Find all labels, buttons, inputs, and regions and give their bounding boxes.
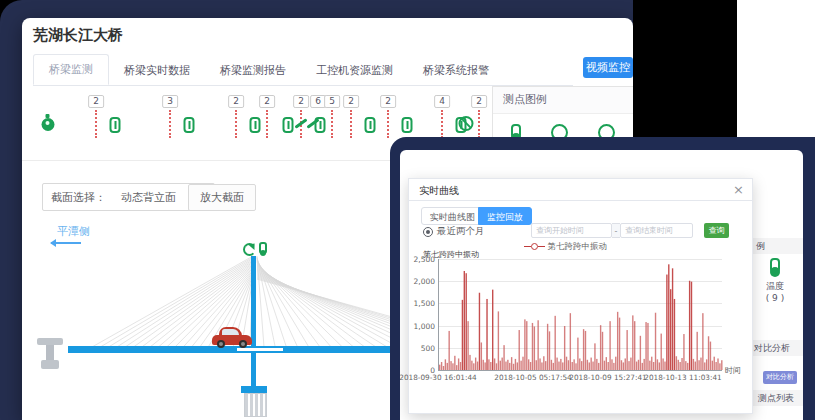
query-start-time-input[interactable] <box>531 223 612 238</box>
chain-link-icon <box>365 117 376 133</box>
x-axis-unit: 时间 <box>725 365 741 376</box>
dotted-line <box>331 110 333 138</box>
rotation-sensor-icon <box>243 243 256 256</box>
sensor-badge[interactable]: 2 <box>88 95 104 108</box>
range-separator: - <box>612 223 620 238</box>
temperature-label: 温度 <box>752 280 798 293</box>
sensor-badge[interactable]: 5 <box>324 95 340 108</box>
chain-link-icon <box>402 117 413 133</box>
sensor-badge[interactable]: 2 <box>343 95 359 108</box>
left-pier-stem <box>46 345 54 361</box>
sensor-badge[interactable]: 2 <box>259 95 275 108</box>
sensor-badge[interactable]: 2 <box>228 95 244 108</box>
compare-analysis-button[interactable]: 对比分析 <box>763 371 797 384</box>
legend-label: 第七跨跨中振动 <box>548 241 608 251</box>
dotted-line <box>235 110 237 138</box>
query-button[interactable]: 查询 <box>704 223 729 238</box>
y-tick-label: 1,500 <box>409 299 435 308</box>
ban-icon <box>459 116 474 131</box>
sidebar-list-header: 测点列表 <box>746 390 803 406</box>
stopwatch-icon <box>42 118 55 131</box>
modal-header: 实时曲线 × <box>409 179 752 201</box>
close-icon[interactable]: × <box>733 182 744 197</box>
chain-link-icon <box>110 117 121 133</box>
chain-link-icon <box>315 117 326 133</box>
chart-bars <box>439 259 723 370</box>
last-two-months-radio[interactable] <box>423 227 433 237</box>
chain-link-icon <box>184 117 195 133</box>
enlarge-section-button[interactable]: 放大截面 <box>188 184 256 211</box>
tower-thermometer-icon <box>259 242 267 254</box>
section-select-label: 截面选择： <box>43 190 114 205</box>
sensor-badge[interactable]: 2 <box>380 95 396 108</box>
secondary-window-frame: 例 温度 ( 9 ) 对比分析 对比分析 测点列表 实时曲线 × 实时曲线图 监… <box>390 137 815 420</box>
sidebar-legend-header: 例 <box>746 238 803 254</box>
sensor-badge[interactable]: 3 <box>162 95 178 108</box>
bridge-tower <box>251 256 256 388</box>
y-tick-label: 500 <box>409 344 435 353</box>
car-illustration <box>212 327 252 347</box>
dotted-line <box>95 110 97 138</box>
y-tick-label: 2,000 <box>409 277 435 286</box>
legend-line-icon <box>538 246 545 247</box>
legend-line-icon <box>524 246 531 247</box>
dotted-line <box>441 110 443 138</box>
sidebar-analysis-header: 对比分析 <box>746 340 803 356</box>
left-pier-base <box>41 360 59 369</box>
bridge-side-label: 平潭侧 <box>57 224 90 239</box>
temperature-count: ( 9 ) <box>752 293 798 303</box>
legend-panel-title: 测点图例 <box>493 87 633 114</box>
realtime-curve-modal: 实时曲线 × 实时曲线图 监控回放 最近两个月 - 查询 第七跨跨中振动 第七跨… <box>408 178 753 414</box>
x-tick-label: 2018-09-30 16:01:44 <box>400 373 483 382</box>
app-root: 芜湖长江大桥 桥梁监测桥梁实时数据桥梁监测报告工控机资源监测桥梁系统报警 视频监… <box>0 0 815 420</box>
tower-footing <box>241 386 267 393</box>
sensor-badge[interactable]: 4 <box>434 95 450 108</box>
sensor-badge[interactable]: 2 <box>471 95 487 108</box>
y-tick-label: 1,000 <box>409 322 435 331</box>
dotted-line <box>350 110 352 138</box>
x-axis <box>438 370 722 371</box>
x-tick-label: 2018-10-13 11:03:41 <box>638 373 728 382</box>
dotted-line <box>169 110 171 138</box>
chain-link-icon <box>283 117 294 133</box>
dotted-line <box>266 110 268 138</box>
background-black-band <box>633 0 737 150</box>
left-pier <box>37 338 63 345</box>
sidebar-temperature-item[interactable]: 温度 ( 9 ) <box>752 258 798 303</box>
background-window-edge <box>737 0 815 137</box>
section-select-value: 动态背立面 <box>121 190 176 205</box>
sensor-badge[interactable]: 2 <box>293 95 309 108</box>
query-end-time-input[interactable] <box>620 223 693 238</box>
chain-link-icon <box>250 117 261 133</box>
modal-title: 实时曲线 <box>419 184 459 198</box>
thermometer-icon <box>770 258 780 273</box>
dotted-line <box>387 110 389 138</box>
secondary-window-content: 例 温度 ( 9 ) 对比分析 对比分析 测点列表 实时曲线 × 实时曲线图 监… <box>400 150 803 420</box>
y-tick-label: 2,500 <box>409 255 435 264</box>
tower-piles <box>244 393 267 417</box>
tab-monitor-playback[interactable]: 监控回放 <box>478 207 532 225</box>
tab-realtime-curve[interactable]: 实时曲线图 <box>421 207 484 225</box>
legend-circle-icon <box>531 243 538 250</box>
dotted-line <box>478 110 480 138</box>
last-two-months-label: 最近两个月 <box>437 225 485 238</box>
